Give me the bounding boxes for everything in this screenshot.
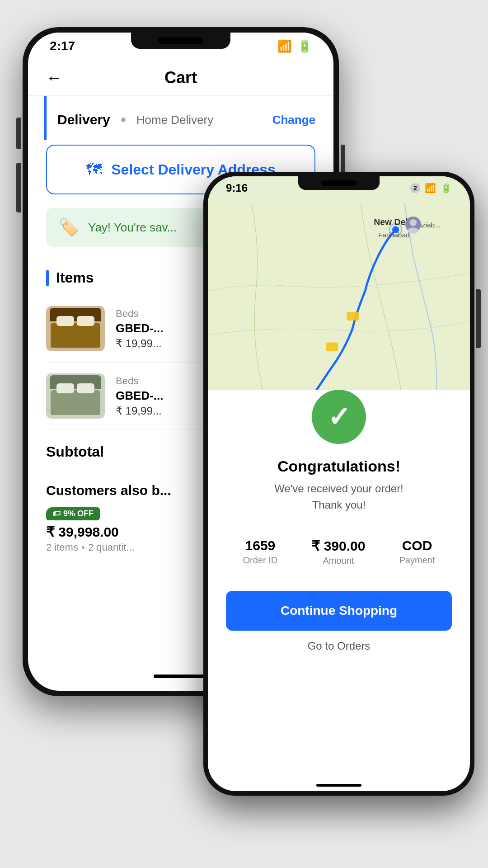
front-screen: 9:16 2 📶 🔋: [208, 176, 470, 791]
subtotal-label: Subtotal: [46, 443, 104, 460]
item-image-1: [46, 306, 105, 351]
success-title: Congratulations!: [226, 458, 452, 475]
back-notch: [131, 33, 230, 49]
delivery-label: Delivery: [57, 112, 110, 127]
item-name-2: GBED-...: [116, 389, 163, 403]
front-notch-pill: [321, 180, 357, 186]
volume-up-btn[interactable]: [16, 118, 21, 149]
order-id-value: 1659: [243, 538, 278, 553]
savings-text: Yay! You're sav...: [88, 221, 177, 235]
svg-point-11: [410, 219, 417, 226]
front-notch: [298, 176, 380, 190]
battery-icon: 🔋: [297, 39, 312, 53]
continue-shopping-button[interactable]: Continue Shopping: [226, 591, 452, 631]
item-category-2: Beds: [116, 375, 163, 387]
route-map: New Delhi Faridabad Ghaziab... Jaipur: [208, 200, 470, 417]
order-id-label: Order ID: [243, 555, 278, 566]
discount-badge: 🏷 9% OFF: [46, 507, 100, 520]
meta-dot: [82, 546, 84, 549]
back-home-indicator: [154, 675, 208, 678]
front-power-btn[interactable]: [476, 289, 481, 348]
payment-label: Payment: [399, 555, 435, 566]
amount-item: ₹ 390.00 Amount: [311, 538, 365, 566]
order-id-item: 1659 Order ID: [243, 538, 278, 566]
item-details-1: Beds GBED-... ₹ 19,99...: [116, 308, 163, 350]
amount-label: Amount: [311, 556, 365, 566]
item-price-2: ₹ 19,99...: [116, 405, 163, 417]
svg-point-12: [408, 227, 418, 234]
savings-icon: 🏷️: [59, 218, 79, 237]
back-top-bar: ← Cart: [28, 60, 333, 96]
product-price: ₹ 39,998.00: [46, 524, 155, 540]
item-image-2: [46, 373, 105, 419]
success-content: ✓ Congratulations! We've received your o…: [208, 390, 470, 661]
item-category-1: Beds: [116, 308, 163, 320]
success-sheet: Congratulations! We've received your ord…: [208, 458, 470, 661]
delivery-type: Home Delivery: [136, 113, 214, 127]
delivery-row: Delivery Home Delivery Change: [44, 96, 315, 140]
map-icon: 🗺: [86, 160, 102, 179]
tag-icon: 🏷: [52, 509, 61, 519]
payment-value: COD: [399, 538, 435, 553]
product-meta: 2 items 2 quantit...: [46, 542, 155, 553]
page-title: Cart: [164, 68, 197, 87]
payment-item: COD Payment: [399, 538, 435, 566]
item-name-1: GBED-...: [116, 321, 163, 335]
back-button[interactable]: ←: [46, 68, 62, 87]
svg-rect-8: [347, 312, 359, 321]
front-phone: 9:16 2 📶 🔋: [203, 172, 474, 796]
amount-value: ₹ 390.00: [311, 538, 365, 554]
front-home-indicator: [316, 784, 361, 787]
back-status-icons: 📶 🔋: [277, 39, 312, 53]
svg-text:Faridabad: Faridabad: [378, 231, 410, 239]
success-checkmark-circle: ✓: [312, 390, 366, 444]
back-time: 2:17: [50, 39, 75, 53]
checkmark-icon: ✓: [328, 401, 350, 433]
notch-pill: [158, 38, 203, 44]
success-message: We've received your order! Thank you!: [226, 481, 452, 513]
item-details-2: Beds GBED-... ₹ 19,99...: [116, 375, 163, 417]
separator-dot: [121, 118, 126, 122]
svg-rect-0: [208, 203, 470, 413]
change-delivery-button[interactable]: Change: [272, 113, 315, 127]
success-msg-line2: Thank you!: [312, 499, 366, 511]
item-price-1: ₹ 19,99...: [116, 337, 163, 350]
map-area: New Delhi Faridabad Ghaziab... Jaipur: [208, 200, 470, 417]
front-status-icons: 2 📶 🔋: [410, 183, 452, 193]
order-details: 1659 Order ID ₹ 390.00 Amount COD Paymen…: [226, 527, 452, 577]
wifi-icon: 📶: [277, 39, 292, 53]
svg-rect-9: [326, 342, 338, 351]
go-to-orders-link[interactable]: Go to Orders: [226, 640, 452, 661]
success-msg-line1: We've received your order!: [274, 482, 404, 495]
items-label: Items: [56, 269, 94, 286]
front-battery-icon: 🔋: [441, 183, 452, 193]
front-time: 9:16: [226, 182, 248, 194]
notification-badge: 2: [410, 183, 420, 193]
volume-down-btn[interactable]: [16, 163, 21, 212]
product-card[interactable]: 🏷 9% OFF ₹ 39,998.00 2 items 2 quantit..…: [46, 507, 155, 553]
front-wifi-icon: 📶: [425, 183, 436, 193]
